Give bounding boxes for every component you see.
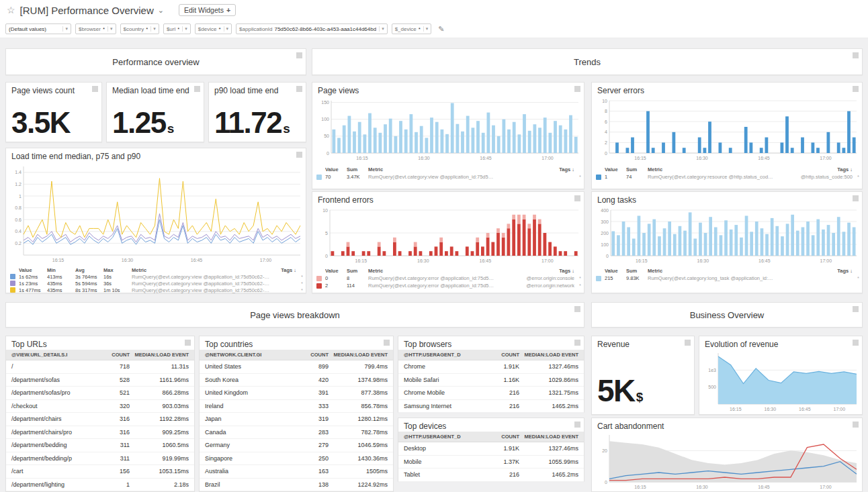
widget-options-icon[interactable] xyxy=(853,306,859,312)
widget-options-icon[interactable] xyxy=(574,306,580,312)
legend-header: ValueMinAvgMaxMetricTags ↓ xyxy=(10,266,303,273)
edit-widgets-button[interactable]: Edit Widgets + xyxy=(179,4,236,16)
chevron-down-icon: ▾ xyxy=(62,26,68,32)
svg-text:1.2: 1.2 xyxy=(15,182,21,187)
top-bar: ☆ [RUM] Performance Overview ⌄ Edit Widg… xyxy=(0,0,868,20)
template-variable-browser[interactable]: $browser*▾ xyxy=(75,23,116,34)
widget-p90-load-time[interactable]: p90 load time end 11.72s xyxy=(208,82,306,142)
svg-text:16:30: 16:30 xyxy=(765,407,777,411)
table-row: /department/chairs/pro316909.25ms xyxy=(6,426,194,440)
widget-options-icon[interactable] xyxy=(185,340,191,346)
dashboard-title: [RUM] Performance Overview xyxy=(20,5,154,16)
widget-cart-abandonment[interactable]: Cart abandonment 02016:1516:3016:4517:00 xyxy=(591,417,863,492)
legend-row[interactable]: 1s 23ms435ms5s 594ms36sRumQuery(@evt.cat… xyxy=(10,280,303,287)
server-errors-chart[interactable]: 024681016:1516:3016:4517:00 xyxy=(593,97,861,162)
widget-top-countries[interactable]: Top countries @NETWORK.CLIENT.GICOUNTMED… xyxy=(199,336,394,492)
legend-row[interactable]: 2114RumQuery(@evt.category:error @applic… xyxy=(316,282,581,289)
legend-row[interactable]: 08RumQuery(@evt.category:error @applicat… xyxy=(316,275,581,282)
widget-options-icon[interactable] xyxy=(296,52,302,58)
legend-row[interactable]: 2159.83KRumQuery(@evt.category:long_task… xyxy=(596,275,859,282)
widget-revenue-evolution[interactable]: Evolution of revenue 5001e316:1516:3016:… xyxy=(699,336,863,415)
widget-options-icon[interactable] xyxy=(685,340,691,346)
widget-median-load-time[interactable]: Median load time end 1.25s xyxy=(106,82,204,142)
legend-row[interactable]: 1s 62ms413ms3s 764ms16sRumQuery(@evt.cat… xyxy=(10,273,303,280)
pencil-icon[interactable]: ✎ xyxy=(438,25,444,34)
widget-server-errors[interactable]: Server errors 024681016:1516:3016:4517:0… xyxy=(591,82,863,189)
widget-options-icon[interactable] xyxy=(574,422,580,428)
top-urls-table: @VIEW.URL_DETAILS.ICOUNTMEDIAN:LOAD EVEN… xyxy=(6,350,194,491)
table-row: Singapore2501430.36ms xyxy=(200,452,393,466)
widget-options-icon[interactable] xyxy=(574,340,580,346)
table-row: Mobile Safari1.16K1029.86ms xyxy=(398,374,584,387)
saved-views-select[interactable]: (Default values) ▾ xyxy=(5,23,71,34)
table-row: Samsung Internet2161465.2ms xyxy=(398,400,584,413)
widget-options-icon[interactable] xyxy=(853,52,859,58)
cart-abandonment-chart[interactable]: 02016:1516:3016:4517:00 xyxy=(593,432,861,491)
legend-row[interactable]: 174RumQuery(@evt.category:resource @http… xyxy=(596,173,859,181)
widget-load-time-chart[interactable]: Load time end median, p75 and p90 0.20.4… xyxy=(5,148,306,293)
widget-long-tasks[interactable]: Long tasks 010020030040016:1516:3016:451… xyxy=(591,191,863,293)
variable-value: * xyxy=(419,26,421,32)
unit-label: s xyxy=(283,121,290,136)
widget-options-icon[interactable] xyxy=(853,86,859,92)
widget-options-icon[interactable] xyxy=(853,422,859,428)
widget-options-icon[interactable] xyxy=(92,86,98,92)
widget-page-views-count[interactable]: Page views count 3.5K xyxy=(5,82,102,142)
table-row: /71811.31s xyxy=(6,360,194,374)
table-header: @VIEW.URL_DETAILS.ICOUNTMEDIAN:LOAD EVEN… xyxy=(6,350,194,360)
revenue-evolution-chart[interactable]: 5001e316:1516:3016:4517:00 xyxy=(701,350,861,413)
variable-value: * xyxy=(177,26,179,32)
group-performance-overview: Performance overview xyxy=(5,48,306,75)
table-header: @NETWORK.CLIENT.GICOUNTMEDIAN:LOAD EVENT xyxy=(200,350,393,360)
template-variable-country[interactable]: $country*▾ xyxy=(120,23,159,34)
legend-row[interactable]: 1s 477ms435ms8s 317ms1m 10sRumQuery(@evt… xyxy=(10,287,303,293)
widget-options-icon[interactable] xyxy=(296,152,302,158)
widget-options-icon[interactable] xyxy=(853,340,859,346)
page-views-chart[interactable]: 05010015016:1516:3016:4517:00 xyxy=(314,97,582,162)
widget-options-icon[interactable] xyxy=(296,86,302,92)
widget-revenue[interactable]: Revenue 5K$ xyxy=(591,336,695,415)
widget-options-icon[interactable] xyxy=(574,195,580,201)
load-time-chart[interactable]: 0.20.40.60.811.21.416:1516:3016:4517:00 xyxy=(7,163,304,264)
widget-options-icon[interactable] xyxy=(574,86,580,92)
widget-top-browsers[interactable]: Top browsers @HTTP.USERAGENT_DCOUNTMEDIA… xyxy=(398,336,584,412)
svg-text:16:45: 16:45 xyxy=(480,258,492,263)
table-row: /department/lighting12.18s xyxy=(6,479,194,492)
table-row: Germany2791046.59ms xyxy=(200,439,393,452)
table-row: /department/sofas5281161.96ms xyxy=(6,374,194,387)
chart-svg: 051016:1516:3016:4517:00 xyxy=(314,207,582,264)
frontend-errors-chart[interactable]: 051016:1516:3016:4517:00 xyxy=(314,207,582,264)
widget-frontend-errors[interactable]: Frontend errors 051016:1516:3016:4517:00… xyxy=(312,191,584,293)
svg-text:1e3: 1e3 xyxy=(708,368,716,373)
widget-title: Top countries xyxy=(205,340,253,349)
widget-page-views-chart[interactable]: Page views 05010015016:1516:3016:4517:00… xyxy=(312,82,584,189)
series-swatch xyxy=(316,283,322,289)
widget-title: p90 load time end xyxy=(214,86,278,95)
svg-text:0: 0 xyxy=(325,254,328,258)
widget-options-icon[interactable] xyxy=(853,195,859,201)
svg-text:16:30: 16:30 xyxy=(697,258,709,263)
chevron-down-icon: ▾ xyxy=(107,26,113,32)
template-variable-_device[interactable]: $_device*▾ xyxy=(392,23,432,34)
widget-top-devices[interactable]: Top devices @HTTP.USERAGENT_DCOUNTMEDIAN… xyxy=(398,417,584,481)
dashboard-title-menu[interactable]: [RUM] Performance Overview ⌄ xyxy=(20,5,164,16)
long-tasks-chart[interactable]: 010020030040016:1516:3016:4517:00 xyxy=(593,207,861,264)
widget-title: Long tasks xyxy=(597,195,636,205)
svg-text:16:45: 16:45 xyxy=(480,156,492,160)
widget-options-icon[interactable] xyxy=(384,340,390,346)
variable-label: $applicationId xyxy=(239,26,272,32)
svg-text:16:45: 16:45 xyxy=(758,156,770,160)
favorite-star-icon[interactable]: ☆ xyxy=(7,5,15,15)
widget-top-urls[interactable]: Top URLs @VIEW.URL_DETAILS.ICOUNTMEDIAN:… xyxy=(5,336,195,492)
legend-row[interactable]: 703.47KRumQuery(@evt.category:view @appl… xyxy=(316,173,581,181)
variable-value: * xyxy=(103,26,105,32)
widget-options-icon[interactable] xyxy=(194,86,200,92)
template-variable-url[interactable]: $url*▾ xyxy=(163,23,191,34)
svg-text:17:00: 17:00 xyxy=(260,258,272,262)
template-variable-applicationId[interactable]: $applicationId75d50c62-8b66-403c-a453-aa… xyxy=(236,23,388,34)
table-row: Chrome Mobile2161321.75ms xyxy=(398,387,584,400)
table-header: @HTTP.USERAGENT_DCOUNTMEDIAN:LOAD EVENT xyxy=(398,350,584,360)
variable-label: $_device xyxy=(395,26,417,32)
widget-title: Page views xyxy=(318,86,359,95)
template-variable-device[interactable]: $device*▾ xyxy=(195,23,232,34)
